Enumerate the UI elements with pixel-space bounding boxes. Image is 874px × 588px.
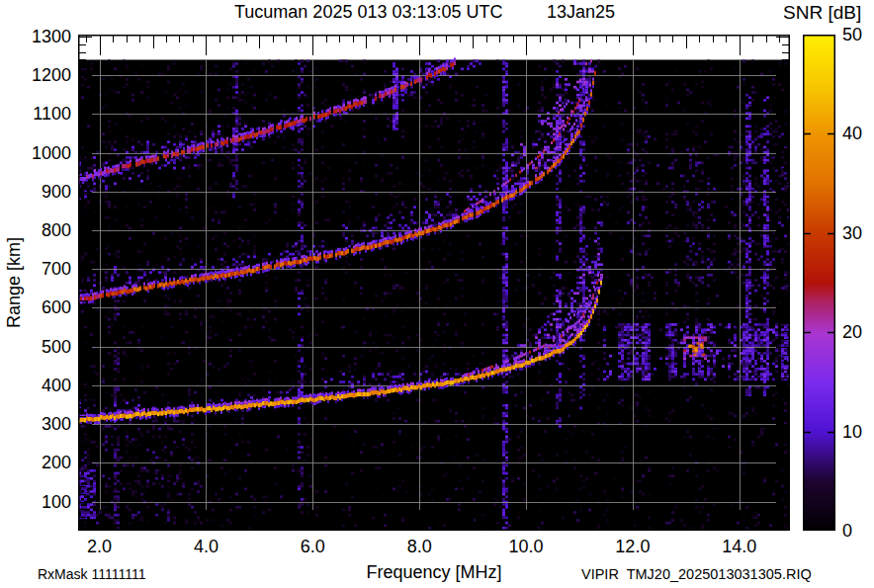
data-file-label: VIPIR TMJ20_2025013031305.RIQ xyxy=(581,566,812,582)
y-tick-label: 1100 xyxy=(24,105,71,123)
snr-colorbar xyxy=(803,35,835,531)
y-tick-label: 500 xyxy=(24,338,71,356)
x-tick-label: 12.0 xyxy=(611,538,655,555)
x-tick-label: 14.0 xyxy=(718,538,761,555)
y-tick-label: 200 xyxy=(24,454,71,471)
x-tick-label: 2.0 xyxy=(78,538,122,555)
y-tick-label: 600 xyxy=(24,298,71,316)
y-tick-label: 700 xyxy=(24,260,71,278)
ionogram-heatmap xyxy=(78,35,790,531)
x-tick-label: 10.0 xyxy=(504,538,548,555)
y-tick-label: 300 xyxy=(24,415,71,433)
y-tick-label: 100 xyxy=(24,493,71,511)
colorbar-tick-label: 30 xyxy=(842,224,862,242)
colorbar-tick-label: 50 xyxy=(842,26,862,43)
y-axis-title: Range [km] xyxy=(4,237,25,328)
y-tick-label: 1200 xyxy=(24,66,71,84)
y-tick-label: 400 xyxy=(24,377,71,394)
x-tick-label: 8.0 xyxy=(397,538,441,555)
plot-title: Tucuman 2025 013 03:13:05 UTC xyxy=(234,2,503,23)
colorbar-tick-label: 0 xyxy=(842,522,852,540)
rx-mask-label: RxMask 11111111 xyxy=(38,566,145,582)
x-tick-label: 4.0 xyxy=(184,538,227,555)
ionogram-page: Tucuman 2025 013 03:13:05 UTC 13Jan25 SN… xyxy=(0,0,874,588)
plot-date: 13Jan25 xyxy=(547,2,615,23)
colorbar-tick-label: 40 xyxy=(842,125,862,142)
x-tick-label: 6.0 xyxy=(291,538,334,555)
y-tick-label: 1000 xyxy=(24,144,71,162)
y-tick-label: 900 xyxy=(24,183,71,201)
y-tick-label: 800 xyxy=(24,221,71,239)
colorbar-title: SNR [dB] xyxy=(783,2,861,24)
y-tick-label: 1300 xyxy=(24,28,71,45)
colorbar-tick-label: 10 xyxy=(842,423,862,441)
colorbar-tick-label: 20 xyxy=(842,323,862,341)
